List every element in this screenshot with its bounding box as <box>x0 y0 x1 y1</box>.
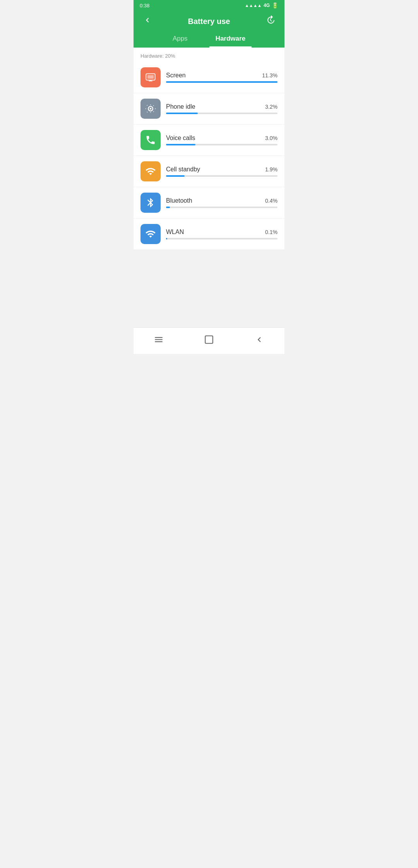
section-label: Hardware: 20% <box>134 48 284 62</box>
gray-area <box>134 250 284 327</box>
progress-bg-screen <box>166 81 278 83</box>
list-item[interactable]: WLAN 0.1% <box>134 219 284 250</box>
item-list: Screen 11.3% Phone idle 3.2% Voice <box>134 62 284 250</box>
progress-fill-bluetooth <box>166 207 170 208</box>
item-body-wlan: WLAN 0.1% <box>166 229 278 239</box>
item-percent-voice-calls: 3.0% <box>265 135 278 141</box>
status-time: 0:38 <box>140 3 149 9</box>
item-body-cell-standby: Cell standby 1.9% <box>166 166 278 177</box>
progress-fill-cell-standby <box>166 175 185 177</box>
status-bar: 0:38 ▲▲▲▲ 4G 🔋 <box>134 0 284 11</box>
item-body-screen: Screen 11.3% <box>166 72 278 83</box>
progress-bg-wlan <box>166 238 278 239</box>
list-item[interactable]: Screen 11.3% <box>134 62 284 93</box>
network-type: 4G <box>264 3 270 8</box>
back-button[interactable] <box>140 15 154 27</box>
item-icon-bluetooth <box>140 193 161 213</box>
list-item[interactable]: Cell standby 1.9% <box>134 156 284 187</box>
page-title: Battery use <box>154 17 264 26</box>
bottom-nav <box>134 327 284 354</box>
progress-bg-voice-calls <box>166 144 278 145</box>
progress-fill-screen <box>166 81 278 83</box>
item-percent-bluetooth: 0.4% <box>265 198 278 204</box>
item-name-cell-standby: Cell standby <box>166 166 200 173</box>
battery-icon: 🔋 <box>272 2 278 9</box>
item-name-voice-calls: Voice calls <box>166 135 195 142</box>
status-icons: ▲▲▲▲ 4G 🔋 <box>245 2 278 9</box>
item-percent-cell-standby: 1.9% <box>265 166 278 173</box>
item-icon-screen <box>140 67 161 87</box>
header: Battery use <box>134 11 284 27</box>
progress-fill-phone-idle <box>166 113 198 114</box>
svg-rect-3 <box>205 336 213 343</box>
history-button[interactable] <box>264 15 278 27</box>
item-percent-screen: 11.3% <box>262 72 278 79</box>
item-body-bluetooth: Bluetooth 0.4% <box>166 197 278 208</box>
item-percent-phone-idle: 3.2% <box>265 104 278 110</box>
signal-icon: ▲▲▲▲ <box>245 3 262 8</box>
item-body-phone-idle: Phone idle 3.2% <box>166 103 278 114</box>
nav-home-button[interactable] <box>195 333 223 349</box>
item-percent-wlan: 0.1% <box>265 229 278 235</box>
nav-menu-button[interactable] <box>144 333 173 349</box>
tabs: Apps Hardware <box>134 27 284 48</box>
item-icon-cell-standby <box>140 161 161 181</box>
item-name-screen: Screen <box>166 72 186 79</box>
item-icon-phone-idle <box>140 99 161 119</box>
list-item[interactable]: Phone idle 3.2% <box>134 93 284 125</box>
tab-hardware[interactable]: Hardware <box>209 32 252 48</box>
item-name-bluetooth: Bluetooth <box>166 197 192 204</box>
progress-fill-wlan <box>166 238 167 239</box>
item-icon-voice-calls <box>140 130 161 150</box>
progress-bg-cell-standby <box>166 175 278 177</box>
nav-back-button[interactable] <box>245 333 274 349</box>
progress-bg-bluetooth <box>166 207 278 208</box>
progress-bg-phone-idle <box>166 113 278 114</box>
svg-rect-1 <box>147 75 154 79</box>
list-item[interactable]: Voice calls 3.0% <box>134 125 284 156</box>
progress-fill-voice-calls <box>166 144 195 145</box>
item-name-wlan: WLAN <box>166 229 184 236</box>
svg-point-2 <box>150 108 152 110</box>
item-name-phone-idle: Phone idle <box>166 103 195 110</box>
list-item[interactable]: Bluetooth 0.4% <box>134 187 284 219</box>
item-icon-wlan <box>140 224 161 244</box>
item-body-voice-calls: Voice calls 3.0% <box>166 135 278 145</box>
tab-apps[interactable]: Apps <box>166 32 194 48</box>
content-area: Hardware: 20% Screen 11.3% Phone idle 3.… <box>134 48 284 250</box>
